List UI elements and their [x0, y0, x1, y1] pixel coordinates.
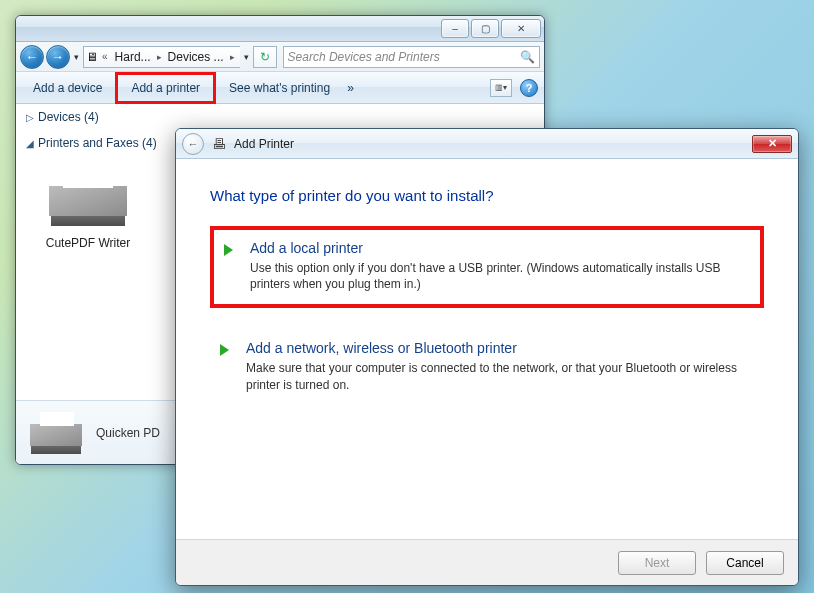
search-icon: 🔍 [520, 50, 535, 64]
printer-icon [26, 408, 86, 458]
command-bar: Add a device Add a printer See what's pr… [16, 72, 544, 104]
nav-back-button[interactable]: ← [20, 45, 44, 69]
view-options-dropdown[interactable]: ▥▾ [490, 79, 512, 97]
printer-item-cutepdf[interactable]: CutePDF Writer [28, 162, 148, 250]
minimize-button[interactable]: – [441, 19, 469, 38]
item-label: CutePDF Writer [28, 236, 148, 250]
add-printer-wizard: ← 🖶 Add Printer ✕ What type of printer d… [175, 128, 799, 586]
titlebar: – ▢ ✕ [16, 16, 544, 42]
next-button[interactable]: Next [618, 551, 696, 575]
wizard-title: Add Printer [234, 137, 294, 151]
add-device-button[interactable]: Add a device [22, 76, 113, 100]
highlight-add-printer: Add a printer [115, 72, 216, 104]
address-bar: ← → ▾ 🖥 « Hard... ▸ Devices ... ▸ ▾ ↻ Se… [16, 42, 544, 72]
wizard-body: What type of printer do you want to inst… [176, 159, 798, 437]
wizard-back-button[interactable]: ← [182, 133, 204, 155]
printer-icon: 🖶 [212, 136, 226, 152]
arrow-right-icon [224, 244, 233, 256]
option-add-network-printer[interactable]: Add a network, wireless or Bluetooth pri… [210, 330, 764, 404]
expand-icon: ◢ [26, 138, 34, 149]
group-label: Devices (4) [38, 110, 99, 124]
option-add-local-printer[interactable]: Add a local printer Use this option only… [210, 226, 764, 308]
breadcrumb[interactable]: 🖥 « Hard... ▸ Devices ... ▸ [83, 46, 240, 68]
option-label: Add a local printer [250, 240, 746, 256]
close-button[interactable]: ✕ [501, 19, 541, 38]
wizard-close-button[interactable]: ✕ [752, 135, 792, 153]
toolbar-overflow[interactable]: » [341, 81, 360, 95]
breadcrumb-part[interactable]: Hard... [112, 50, 154, 64]
wizard-footer: Next Cancel [176, 539, 798, 585]
wizard-titlebar: ← 🖶 Add Printer ✕ [176, 129, 798, 159]
cancel-button[interactable]: Cancel [706, 551, 784, 575]
option-description: Make sure that your computer is connecte… [246, 360, 750, 392]
search-input[interactable]: Search Devices and Printers 🔍 [283, 46, 540, 68]
see-whats-printing-button[interactable]: See what's printing [218, 76, 341, 100]
details-label: Quicken PD [96, 426, 160, 440]
nav-forward-button[interactable]: → [46, 45, 70, 69]
nav-history-dropdown[interactable]: ▾ [72, 52, 81, 62]
maximize-button[interactable]: ▢ [471, 19, 499, 38]
add-printer-button[interactable]: Add a printer [120, 76, 211, 100]
group-label: Printers and Faxes (4) [38, 136, 157, 150]
search-placeholder: Search Devices and Printers [288, 50, 440, 64]
breadcrumb-part[interactable]: Devices ... [165, 50, 227, 64]
printer-icon [43, 162, 133, 232]
chevron-right-icon[interactable]: ▸ [227, 52, 238, 62]
arrow-right-icon [220, 344, 229, 356]
chevron-right-icon[interactable]: ▸ [154, 52, 165, 62]
collapse-icon: ▷ [26, 112, 34, 123]
refresh-button[interactable]: ↻ [253, 46, 277, 68]
breadcrumb-chevron: « [98, 51, 112, 62]
folder-icon: 🖥 [86, 50, 98, 64]
help-button[interactable]: ? [520, 79, 538, 97]
group-devices-header[interactable]: ▷ Devices (4) [16, 104, 544, 130]
option-label: Add a network, wireless or Bluetooth pri… [246, 340, 750, 356]
wizard-heading: What type of printer do you want to inst… [210, 187, 764, 204]
option-description: Use this option only if you don't have a… [250, 260, 746, 292]
address-dropdown[interactable]: ▾ [242, 52, 251, 62]
